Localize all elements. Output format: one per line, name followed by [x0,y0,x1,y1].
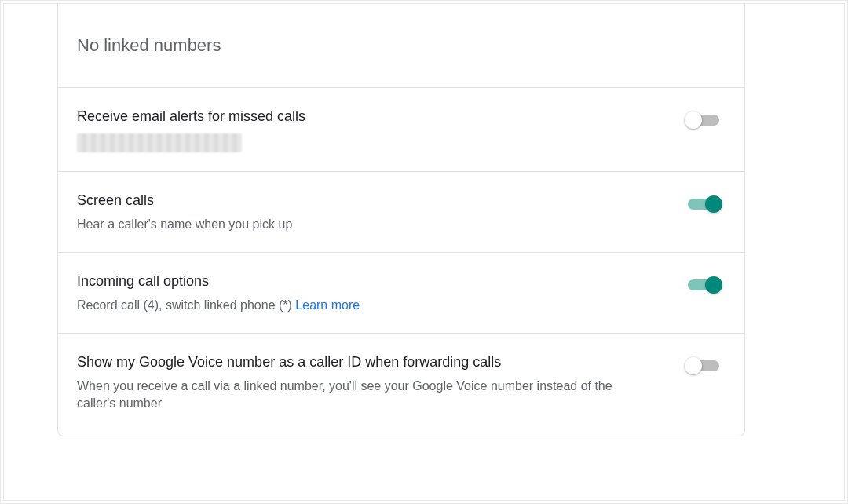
linked-numbers-empty-text: No linked numbers [77,35,691,56]
screen-calls-title: Screen calls [77,191,653,210]
linked-numbers-section: No linked numbers [58,4,744,87]
email-alerts-toggle[interactable] [685,111,722,129]
incoming-options-learn-more-link[interactable]: Learn more [295,298,360,312]
screen-calls-toggle[interactable] [685,195,722,213]
caller-id-desc: When you receive a call via a linked num… [77,378,653,412]
incoming-options-desc: Record call (4), switch linked phone (*)… [77,297,653,314]
caller-id-section: Show my Google Voice number as a caller … [58,333,744,436]
settings-card: No linked numbers Receive email alerts f… [57,4,745,436]
email-alerts-title: Receive email alerts for missed calls [77,107,653,126]
caller-id-title: Show my Google Voice number as a caller … [77,352,653,371]
caller-id-toggle[interactable] [685,357,722,374]
email-alerts-redacted-email [77,133,242,152]
screen-calls-desc: Hear a caller's name when you pick up [77,216,653,233]
incoming-options-title: Incoming call options [77,272,653,290]
screen-calls-section: Screen calls Hear a caller's name when y… [58,171,744,252]
incoming-options-toggle[interactable] [685,276,722,294]
email-alerts-section: Receive email alerts for missed calls [58,87,744,171]
incoming-options-section: Incoming call options Record call (4), s… [58,252,744,333]
incoming-options-desc-text: Record call (4), switch linked phone (*) [77,298,295,312]
